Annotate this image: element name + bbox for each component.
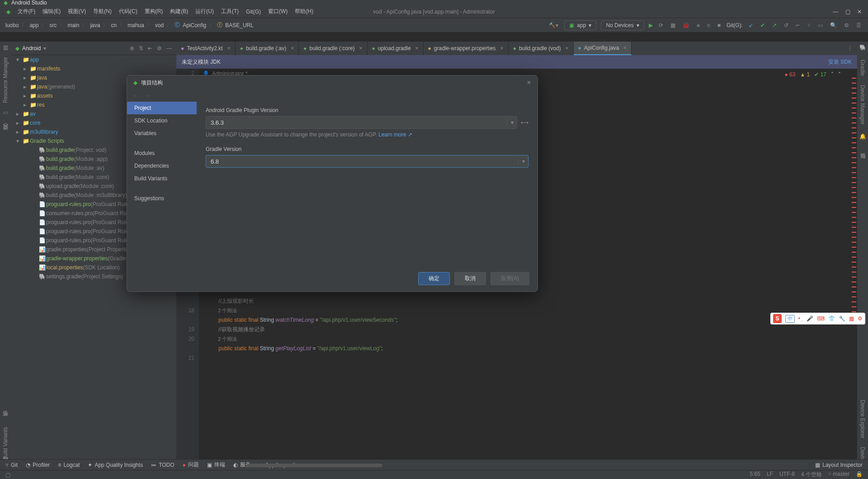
dialog-side-dependencies[interactable]: Dependencies <box>127 160 197 172</box>
ime-shirt-icon[interactable]: 👕 <box>828 315 835 322</box>
apply-button[interactable]: 应用(A) <box>491 272 529 285</box>
crumb[interactable]: src <box>49 22 57 28</box>
tool-todo[interactable]: ≔ TODO <box>151 462 174 468</box>
editor-tab[interactable]: ●gradle-wrapper.properties× <box>424 42 509 55</box>
indent-status[interactable]: 4 个空格 <box>801 471 822 479</box>
resource-mgr-icon[interactable]: ▥ <box>3 44 8 51</box>
close-icon[interactable]: × <box>291 45 294 52</box>
chevron-down-icon[interactable]: ▾ <box>43 45 46 52</box>
minimize-icon[interactable]: — <box>830 9 841 15</box>
revert-icon[interactable]: ⤺ <box>794 22 802 28</box>
close-icon[interactable]: × <box>227 45 231 52</box>
lock-icon[interactable]: 🔒 <box>856 471 863 479</box>
tool-problems[interactable]: ● 问题 <box>183 461 199 469</box>
bell-icon[interactable]: 🔔 <box>859 133 866 140</box>
editor-tab[interactable]: ●ApiConfig.java× <box>574 42 632 55</box>
editor-tab[interactable]: ●TestActivity2.kt× <box>176 42 236 55</box>
crumb[interactable]: java <box>90 22 100 28</box>
menu-help[interactable]: 帮助(H) <box>292 8 316 15</box>
target-icon[interactable]: ⊕ <box>130 45 134 52</box>
maximize-icon[interactable]: ▢ <box>843 9 853 15</box>
debug-icon[interactable]: ⟳ <box>657 22 665 28</box>
hide-icon[interactable]: — <box>166 45 172 52</box>
expand-icon[interactable]: ⟷ <box>521 119 528 126</box>
gradle-version-combo[interactable]: ▾ <box>206 155 528 168</box>
ok-button[interactable]: 确定 <box>418 272 450 285</box>
editor-tab[interactable]: ●build.gradle (vod)× <box>509 42 574 55</box>
breadcrumb[interactable]: luobo〉 app〉 src〉 main〉 java〉 cn〉 mahua〉 … <box>5 21 254 29</box>
chevron-down-icon[interactable]: ▾ <box>518 158 528 164</box>
editor-tab[interactable]: ●build.gradle (:av)× <box>236 42 299 55</box>
git-commit-icon[interactable]: ✔ <box>759 22 766 28</box>
dialog-side-sdk-location[interactable]: SDK Location <box>127 114 197 127</box>
gradle-icon[interactable]: 🐘 <box>859 44 866 51</box>
run-icon[interactable]: ▶ <box>649 22 653 28</box>
back-icon[interactable]: ← <box>133 93 139 99</box>
folder-icon[interactable]: ▭ <box>816 22 824 28</box>
caret-position[interactable]: 5:65 <box>750 471 760 479</box>
collapse-icon[interactable]: ⇤ <box>148 45 152 52</box>
commit-icon[interactable]: ⬡ <box>3 122 8 128</box>
filter-icon[interactable]: ⇅ <box>139 45 143 52</box>
tool-profiler[interactable]: ◔ Profiler <box>26 462 50 468</box>
menu-navigate[interactable]: 导航(N) <box>90 8 114 15</box>
ime-kbd-icon[interactable]: ⌨ <box>817 315 825 322</box>
hammer-icon[interactable]: 🔨▾ <box>547 22 560 28</box>
stop-icon[interactable]: ■ <box>716 22 722 28</box>
menu-file[interactable]: 文件(F) <box>15 8 38 15</box>
chevron-down-icon[interactable]: ▾ <box>507 119 517 126</box>
more-tabs-icon[interactable]: ⋮ <box>843 45 857 52</box>
dialog-side-suggestions[interactable]: Suggestions <box>127 192 197 205</box>
tool-aqi[interactable]: ✦ App Quality Insights <box>88 462 143 468</box>
git-update-icon[interactable]: ↙ <box>747 22 755 28</box>
menu-window[interactable]: 窗口(W) <box>265 8 290 15</box>
sogou-logo-icon[interactable]: S <box>773 314 782 323</box>
horizontal-scrollbar[interactable] <box>247 464 382 467</box>
project-icon[interactable]: ▭ <box>3 109 8 116</box>
forward-icon[interactable]: → <box>144 93 150 99</box>
project-view-selector[interactable]: Android <box>22 45 41 52</box>
tree-row[interactable]: ▾📁app <box>11 55 176 64</box>
left-tab-build-variants[interactable]: Build Variants <box>2 427 9 460</box>
coverage-icon[interactable]: ▦ <box>669 22 677 28</box>
cancel-button[interactable]: 取消 <box>454 272 486 285</box>
menu-edit[interactable]: 编辑(E) <box>40 8 63 15</box>
branch-icon[interactable]: ⑂ <box>806 22 812 28</box>
git-push-icon[interactable]: ↗ <box>771 22 778 28</box>
editor-tab[interactable]: ●build.gradle (:core)× <box>299 42 367 55</box>
crumb[interactable]: cn <box>111 22 117 28</box>
tree-row[interactable]: ▸📁manifests <box>11 64 176 73</box>
close-icon[interactable]: ✕ <box>854 9 864 15</box>
dialog-side-build-variants[interactable]: Build Variants <box>127 172 197 185</box>
history-icon[interactable]: ↺ <box>783 22 790 28</box>
close-icon[interactable]: × <box>623 45 627 51</box>
close-icon[interactable]: × <box>566 45 569 52</box>
left-tab-resource-manager[interactable]: Resource Manager <box>2 57 9 103</box>
error-stripe[interactable] <box>851 69 856 466</box>
ime-icon[interactable]: •ˏ <box>798 315 803 322</box>
menu-view[interactable]: 视图(V) <box>65 8 89 15</box>
ime-grid-icon[interactable]: ▦ <box>849 315 854 322</box>
ime-mic-icon[interactable]: 🎤 <box>807 315 813 322</box>
menu-build[interactable]: 构建(B) <box>167 8 191 15</box>
crumb[interactable]: app <box>29 22 38 28</box>
crumb-class[interactable]: ApiConfig <box>183 22 206 28</box>
tool-git[interactable]: ⑂ Git <box>5 462 18 468</box>
settings-icon[interactable]: ⚙ <box>843 22 850 28</box>
crumb[interactable]: vod <box>155 22 164 28</box>
learn-more-link[interactable]: Learn more ↗ <box>378 131 412 138</box>
menu-tools[interactable]: 工具(T) <box>218 8 241 15</box>
menu-git[interactable]: Git(G) <box>243 9 264 15</box>
ime-gear-icon[interactable]: ⚙ <box>858 315 863 322</box>
git-branch[interactable]: ⑂ master <box>828 471 849 479</box>
tool-terminal[interactable]: ▣ 终端 <box>207 461 225 469</box>
avatar-icon[interactable]: ☰ <box>855 22 863 28</box>
debug-bug-icon[interactable]: 🐞 <box>681 22 691 28</box>
gear-icon[interactable]: ⚙ <box>157 45 162 52</box>
agp-version-input[interactable] <box>206 119 507 126</box>
dialog-side-variables[interactable]: Variables <box>127 127 197 140</box>
banner-action-link[interactable]: 安装 SDK <box>828 58 852 66</box>
tool-layout-inspector[interactable]: ▦ Layout Inspector <box>815 462 863 468</box>
crumb-field[interactable]: BASE_URL <box>225 22 254 28</box>
dialog-side-modules[interactable]: Modules <box>127 147 197 160</box>
